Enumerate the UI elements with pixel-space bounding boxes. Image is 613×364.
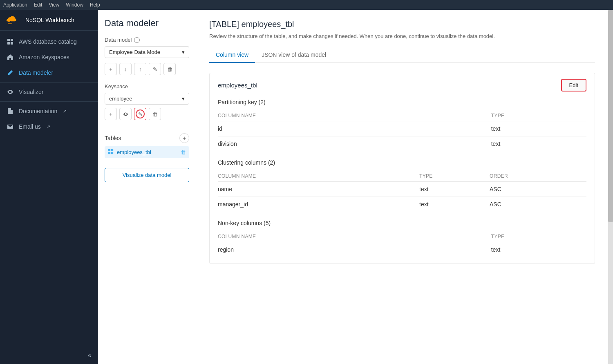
scrollbar-thumb[interactable]	[608, 10, 613, 222]
cc-col-name: name	[218, 182, 419, 197]
external-link-email-icon: ↗	[47, 124, 50, 130]
nk-col-region: region	[218, 242, 491, 257]
sidebar-item-visualizer-label: Visualizer	[19, 89, 43, 95]
tabs-row: Column view JSON view of data model	[209, 47, 595, 63]
data-model-add-btn[interactable]: +	[105, 63, 117, 75]
sidebar-logo: aws NoSQL Workbench	[0, 10, 98, 31]
keyspace-label: Keyspace	[105, 83, 189, 89]
col-header-type-pk: Type	[491, 110, 586, 121]
keyspace-delete-btn[interactable]: 🗑	[149, 108, 161, 120]
sidebar-nav: AWS database catalog Amazon Keyspaces	[0, 31, 98, 347]
data-model-import-btn[interactable]: ↓	[119, 63, 132, 75]
tab-column-view[interactable]: Column view	[209, 47, 255, 63]
sidebar-item-catalog-label: AWS database catalog	[19, 38, 77, 45]
sidebar-item-modeler[interactable]: Data modeler	[0, 65, 98, 80]
collapse-sidebar-button[interactable]: «	[88, 352, 92, 359]
menu-view[interactable]: View	[49, 2, 59, 8]
table-row: manager_id text ASC	[218, 197, 586, 212]
non-key-columns-section: Non-key columns (5) Column name Type reg…	[210, 220, 595, 264]
clustering-header-row: Column name Type Order	[218, 171, 586, 182]
external-link-doc-icon: ↗	[63, 109, 67, 114]
menu-application[interactable]: Application	[3, 2, 27, 8]
non-key-thead: Column name Type	[218, 231, 586, 242]
svg-text:aws: aws	[8, 22, 13, 25]
table-row: name text ASC	[218, 182, 586, 197]
col-header-order-cc: Order	[490, 171, 586, 182]
tab-json-view[interactable]: JSON view of data model	[255, 47, 333, 63]
non-key-header-row: Column name Type	[218, 231, 586, 242]
pencil-icon	[7, 69, 14, 76]
scrollbar[interactable]	[608, 10, 613, 364]
keyspace-view-btn[interactable]	[119, 108, 132, 120]
grid-icon	[7, 38, 14, 45]
partitioning-key-table: Column name Type id text division text	[218, 110, 586, 151]
tables-title: Tables	[105, 135, 121, 141]
svg-rect-10	[108, 152, 110, 154]
sidebar-item-documentation[interactable]: Documentation ↗	[0, 103, 98, 119]
keyspace-add-btn[interactable]: +	[105, 108, 117, 120]
cc-order-manager: ASC	[490, 197, 586, 212]
non-key-title: Non-key columns (5)	[218, 220, 586, 226]
menu-edit[interactable]: Edit	[34, 2, 43, 8]
partitioning-key-header-row: Column name Type	[218, 110, 586, 121]
menu-help[interactable]: Help	[90, 2, 100, 8]
table-header-title: [TABLE] employees_tbl	[209, 20, 595, 29]
email-icon	[7, 123, 14, 130]
table-delete-btn[interactable]: 🗑	[181, 149, 186, 155]
edit-table-button[interactable]: Edit	[561, 79, 586, 92]
data-model-info-icon[interactable]: i	[134, 37, 140, 43]
data-model-edit-btn[interactable]: ✎	[149, 63, 161, 75]
home-icon	[7, 54, 14, 61]
sidebar-item-email-label: Email us	[19, 123, 41, 130]
cc-type-manager: text	[419, 197, 490, 212]
nk-type-region: text	[491, 242, 586, 257]
svg-rect-3	[7, 42, 10, 45]
table-description: Review the structure of the table, and m…	[209, 33, 595, 39]
cc-order-name: ASC	[490, 182, 586, 197]
pk-col-id: id	[218, 121, 491, 136]
nav-divider-1	[0, 82, 98, 83]
svg-rect-1	[7, 39, 10, 41]
sidebar-item-keyspaces[interactable]: Amazon Keyspaces	[0, 49, 98, 65]
table-item-employees[interactable]: employees_tbl 🗑	[105, 146, 189, 158]
svg-rect-7	[9, 113, 11, 113]
keyspace-section: Keyspace employee ▾ + ✎ 🗑	[105, 83, 189, 128]
middle-panel: Data modeler Data model i Employee Data …	[98, 10, 196, 364]
data-model-dropdown[interactable]: Employee Data Mode ▾	[105, 46, 189, 58]
clustering-columns-table: Column name Type Order name text ASC man…	[218, 171, 586, 212]
non-key-table: Column name Type region text	[218, 231, 586, 257]
sidebar-item-email[interactable]: Email us ↗	[0, 119, 98, 134]
table-section-header: employees_tbl Edit	[210, 73, 595, 97]
sidebar: aws NoSQL Workbench AWS database catalog	[0, 10, 98, 364]
clustering-columns-section: Clustering columns (2) Column name Type …	[210, 159, 595, 218]
partitioning-key-section: Partitioning key (2) Column name Type id…	[210, 99, 595, 158]
keyspace-value: employee	[109, 96, 132, 102]
tables-add-btn[interactable]: +	[179, 133, 189, 143]
visualize-data-model-btn[interactable]: Visualize data model	[105, 168, 189, 182]
data-model-export-btn[interactable]: ↑	[134, 63, 146, 75]
eye-icon	[7, 88, 14, 96]
doc-icon	[7, 107, 14, 115]
sidebar-item-documentation-label: Documentation	[19, 108, 57, 114]
keyspace-chevron-down-icon: ▾	[182, 96, 185, 102]
clustering-thead: Column name Type Order	[218, 171, 586, 182]
partitioning-key-tbody: id text division text	[218, 121, 586, 152]
tables-section: Tables + ⋮ employees_tbl 🗑	[105, 133, 189, 160]
sidebar-bottom: «	[0, 347, 98, 364]
cc-col-manager: manager_id	[218, 197, 419, 212]
chevron-down-icon: ▾	[182, 49, 185, 55]
sidebar-item-keyspaces-label: Amazon Keyspaces	[19, 54, 69, 60]
tables-header: Tables + ⋮	[105, 133, 189, 143]
keyspace-edit-btn[interactable]: ✎	[134, 108, 146, 120]
sidebar-item-catalog[interactable]: AWS database catalog	[0, 34, 98, 49]
data-model-delete-btn[interactable]: 🗑	[163, 63, 176, 75]
keyspace-toolbar: + ✎ 🗑	[105, 108, 189, 120]
cc-type-name: text	[419, 182, 490, 197]
menu-bar: Application Edit View Window Help	[0, 0, 613, 10]
svg-rect-11	[111, 152, 113, 154]
menu-window[interactable]: Window	[66, 2, 83, 8]
col-header-name-nk: Column name	[218, 231, 491, 242]
sidebar-item-visualizer[interactable]: Visualizer	[0, 84, 98, 100]
col-header-type-nk: Type	[491, 231, 586, 242]
keyspace-dropdown[interactable]: employee ▾	[105, 93, 189, 105]
